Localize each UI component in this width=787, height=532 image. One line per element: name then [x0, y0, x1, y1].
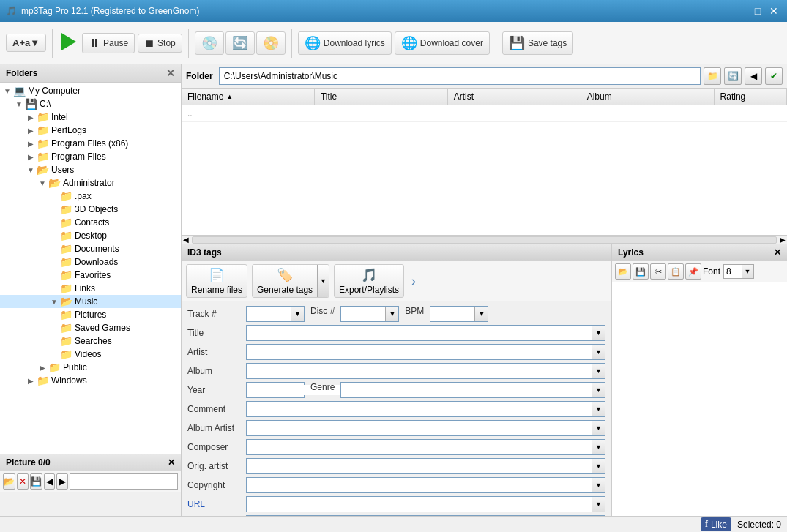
- genre-arrow[interactable]: ▼: [592, 383, 605, 397]
- url-arrow[interactable]: ▼: [592, 497, 605, 512]
- genre-combo[interactable]: ▼: [340, 382, 605, 398]
- media-btn-2[interactable]: 🔄: [225, 31, 255, 55]
- lyrics-textarea[interactable]: [615, 285, 784, 516]
- tree-item[interactable]: ▼ 📂 Users: [0, 163, 181, 176]
- album-artist-arrow[interactable]: ▼: [592, 421, 605, 435]
- folder-nav-back-button[interactable]: ◀: [745, 67, 762, 85]
- tree-item[interactable]: ▶ 📁 Intel: [0, 110, 181, 124]
- tree-item[interactable]: 📁 Desktop: [0, 229, 181, 242]
- comment-field[interactable]: [247, 402, 592, 416]
- save-tags-button[interactable]: 💾 Save tags: [502, 31, 573, 55]
- tree-item[interactable]: 📁 Downloads: [0, 255, 181, 269]
- font-size-combo[interactable]: ▼: [723, 264, 754, 279]
- folder-path-input[interactable]: [219, 67, 701, 85]
- lyrics-close-button[interactable]: ✕: [774, 247, 781, 258]
- copyright-combo[interactable]: ▼: [246, 477, 605, 493]
- disc-arrow[interactable]: ▼: [385, 307, 398, 321]
- picture-delete-button[interactable]: ✕: [17, 473, 29, 490]
- column-header-rating[interactable]: Rating: [715, 89, 787, 105]
- folders-tree[interactable]: ▼ 💻 My Computer ▼ 💾 C:\ ▶ 📁 Intel ▶ 📁 Pe…: [0, 83, 181, 454]
- tree-item[interactable]: 📁 Searches: [0, 334, 181, 348]
- artist-combo[interactable]: ▼: [246, 344, 605, 360]
- download-lyrics-button[interactable]: 🌐 Download lyrics: [298, 31, 392, 55]
- lyrics-open-button[interactable]: 📂: [615, 263, 631, 280]
- album-artist-combo[interactable]: ▼: [246, 420, 605, 436]
- column-header-filename[interactable]: Filename ▲: [182, 89, 315, 105]
- export-playlists-button[interactable]: 🎵 Export/Playlists: [334, 264, 404, 298]
- bpm-field[interactable]: [430, 309, 474, 319]
- picture-close-button[interactable]: ✕: [168, 457, 175, 468]
- maximize-button[interactable]: □: [750, 4, 765, 18]
- stop-button[interactable]: ⏹ Stop: [138, 34, 182, 53]
- disc-field[interactable]: [341, 309, 385, 319]
- url-combo[interactable]: ▼: [246, 496, 605, 512]
- tree-item[interactable]: ▼ 📂 Administrator: [0, 176, 181, 190]
- minimize-button[interactable]: —: [734, 4, 749, 18]
- orig-artist-arrow[interactable]: ▼: [592, 459, 605, 473]
- folder-browse-button[interactable]: 📁: [704, 67, 721, 85]
- genre-field[interactable]: [341, 385, 592, 395]
- lyrics-save-button[interactable]: 💾: [633, 263, 649, 280]
- picture-prev-button[interactable]: ◀: [44, 473, 56, 490]
- composer-field[interactable]: [247, 440, 592, 454]
- generate-tags-button[interactable]: 🏷️ Generate tags ▼: [252, 264, 329, 298]
- folder-refresh-button[interactable]: 🔄: [724, 67, 742, 85]
- picture-next-button[interactable]: ▶: [56, 473, 68, 490]
- title-combo[interactable]: ▼: [246, 325, 605, 341]
- tree-item[interactable]: 📁 Saved Games: [0, 321, 181, 334]
- url-field[interactable]: [247, 497, 592, 512]
- composer-combo[interactable]: ▼: [246, 439, 605, 455]
- album-artist-field[interactable]: [247, 421, 592, 435]
- media-btn-3[interactable]: 📀: [256, 31, 286, 55]
- close-button[interactable]: ✕: [767, 4, 781, 18]
- comment-combo[interactable]: ▼: [246, 401, 605, 417]
- track-arrow[interactable]: ▼: [291, 307, 304, 321]
- generate-tags-main[interactable]: 🏷️ Generate tags: [253, 265, 317, 297]
- tree-item[interactable]: 📁 Videos: [0, 348, 181, 361]
- tree-item[interactable]: ▶ 📁 Public: [0, 361, 181, 374]
- scroll-left-btn[interactable]: ◀: [182, 236, 190, 244]
- scroll-track[interactable]: [192, 236, 777, 244]
- lyrics-cut-button[interactable]: ✂: [650, 263, 666, 280]
- tree-item[interactable]: ▼ 💻 My Computer: [0, 84, 181, 97]
- title-field[interactable]: [247, 326, 592, 340]
- composer-arrow[interactable]: ▼: [592, 440, 605, 454]
- download-cover-button[interactable]: 🌐 Download cover: [395, 31, 490, 55]
- bpm-input[interactable]: ▼: [430, 306, 488, 322]
- album-field[interactable]: [247, 364, 592, 378]
- track-input[interactable]: ▼: [246, 306, 305, 322]
- file-table-body[interactable]: ..: [182, 105, 787, 235]
- table-row[interactable]: ..: [182, 105, 787, 122]
- lyrics-content[interactable]: [612, 282, 787, 516]
- picture-open-button[interactable]: 📂: [3, 473, 15, 490]
- comment-arrow[interactable]: ▼: [592, 402, 605, 416]
- copyright-arrow[interactable]: ▼: [592, 478, 605, 492]
- column-header-album[interactable]: Album: [581, 89, 715, 105]
- play-button[interactable]: [59, 30, 79, 56]
- tree-item[interactable]: ▶ 📁 Windows: [0, 374, 181, 387]
- tree-item[interactable]: ▶ 📁 Program Files: [0, 150, 181, 163]
- title-arrow[interactable]: ▼: [592, 326, 605, 340]
- tree-item[interactable]: 📁 Contacts: [0, 216, 181, 229]
- font-size-arrow[interactable]: ▼: [742, 264, 753, 279]
- facebook-like-button[interactable]: f Like: [701, 517, 731, 531]
- copyright-field[interactable]: [247, 478, 592, 492]
- rename-files-button[interactable]: 📄 Rename files: [186, 264, 247, 298]
- tree-item[interactable]: 📁 Favorites: [0, 269, 181, 282]
- folders-close-button[interactable]: ✕: [166, 67, 175, 79]
- year-combo[interactable]: ▼: [246, 382, 305, 398]
- track-field[interactable]: [247, 309, 291, 319]
- orig-artist-field[interactable]: [247, 459, 592, 473]
- font-size-input[interactable]: [724, 266, 742, 277]
- artist-arrow[interactable]: ▼: [592, 345, 605, 359]
- picture-save-button[interactable]: 💾: [30, 473, 42, 490]
- lyrics-paste-button[interactable]: 📌: [685, 263, 701, 280]
- tree-item[interactable]: ▶ 📁 PerfLogs: [0, 124, 181, 137]
- tree-item-music[interactable]: ▼ 📂 Music: [0, 295, 181, 308]
- tree-item[interactable]: 📁 Documents: [0, 242, 181, 255]
- tree-item[interactable]: ▼ 💾 C:\: [0, 97, 181, 110]
- tree-item[interactable]: ▶ 📁 Program Files (x86): [0, 137, 181, 150]
- media-btn-1[interactable]: 💿: [195, 31, 224, 55]
- tree-item[interactable]: 📁 Links: [0, 282, 181, 295]
- generate-tags-dropdown-arrow[interactable]: ▼: [317, 265, 329, 297]
